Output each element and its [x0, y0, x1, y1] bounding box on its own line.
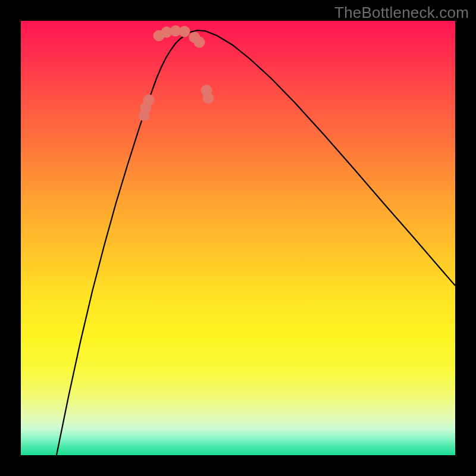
marker-dot [143, 95, 154, 105]
watermark-text: TheBottleneck.com [334, 4, 469, 22]
chart-svg [21, 21, 455, 455]
chart-frame: TheBottleneck.com [0, 0, 476, 476]
marker-dot [194, 37, 205, 48]
highlighted-points [139, 26, 214, 121]
bottleneck-curve [57, 30, 455, 455]
plot-area [21, 21, 455, 455]
marker-dot [203, 93, 214, 104]
marker-dot [179, 26, 190, 37]
